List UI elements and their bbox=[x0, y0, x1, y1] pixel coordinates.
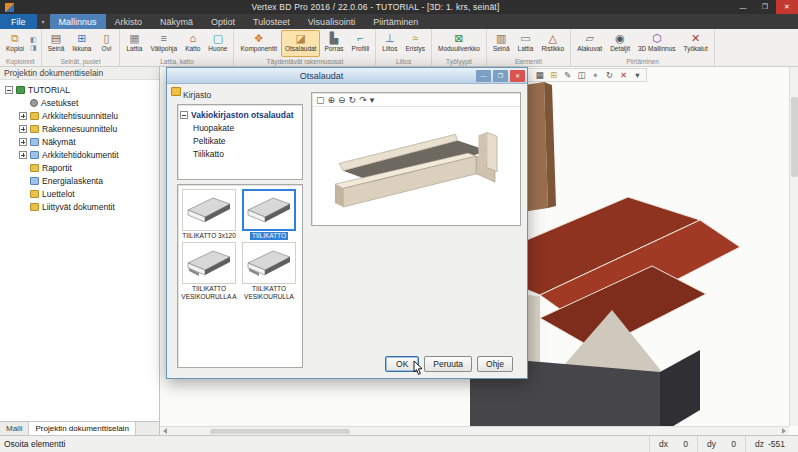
insulation-icon: ≈ bbox=[412, 32, 418, 45]
ribbon-button-huone[interactable]: ▢ Huone bbox=[204, 30, 231, 57]
cancel-button[interactable]: Peruuta bbox=[424, 356, 472, 372]
tab-piirtaminen[interactable]: Piirtäminen bbox=[364, 14, 427, 29]
ribbon-button-liitos[interactable]: ⊥ Liitos bbox=[378, 30, 401, 57]
expand-icon[interactable] bbox=[19, 138, 27, 146]
ribbon-button-lattia[interactable]: ▦ Lattia bbox=[122, 30, 146, 57]
sidebar-item-asetukset[interactable]: Asetukset bbox=[5, 96, 159, 109]
cancel-tool-icon[interactable]: ✕ bbox=[617, 69, 630, 81]
ribbon-button-lattia-elementti[interactable]: ▭ Lattia bbox=[514, 30, 538, 57]
sidebar-item-raportit[interactable]: Raportit bbox=[5, 161, 159, 174]
tab-optiot[interactable]: Optiot bbox=[202, 14, 244, 29]
file-menu[interactable]: File bbox=[0, 14, 37, 29]
grid-view-icon[interactable]: ▦ bbox=[533, 69, 546, 81]
status-message: Osoita elementti bbox=[4, 439, 649, 449]
add-view-icon[interactable]: ⊞ bbox=[547, 69, 560, 81]
tab-tulosteet[interactable]: Tulosteet bbox=[244, 14, 299, 29]
tab-visualisointi[interactable]: Visualisointi bbox=[299, 14, 364, 29]
rotate-view-icon[interactable]: ↻ bbox=[603, 69, 616, 81]
dialog-close-button[interactable]: ✕ bbox=[510, 70, 525, 82]
scroll-left-icon[interactable] bbox=[163, 428, 167, 434]
view-options-dropdown-icon[interactable]: ▾ bbox=[370, 94, 375, 106]
library-tree-root[interactable]: Vakiokirjaston otsalaudat bbox=[180, 108, 300, 121]
minimize-button[interactable]: — bbox=[732, 0, 754, 14]
sidebar-item-energialaskenta[interactable]: Energialaskenta bbox=[5, 174, 159, 187]
ribbon-button-detaljit[interactable]: ◉ Detaljit bbox=[606, 30, 634, 57]
ribbon-button-otsalaudat[interactable]: ◪ Otsalaudat bbox=[281, 30, 320, 57]
tab-mallinnus[interactable]: Mallinnus bbox=[50, 14, 106, 29]
tab-nakyma[interactable]: Näkymä bbox=[151, 14, 202, 29]
canvas-vertical-scrollbar[interactable] bbox=[789, 67, 798, 426]
copy-option-buttons[interactable]: ◧ ◨ bbox=[28, 30, 39, 57]
ribbon-button-katto[interactable]: ⌂ Katto bbox=[181, 30, 204, 57]
orbit-icon[interactable]: ↷ bbox=[359, 94, 367, 106]
sidebar-item-rakennesuunnittelu[interactable]: Rakennesuunnittelu bbox=[5, 122, 159, 135]
tree-item-label: Asetukset bbox=[41, 98, 78, 108]
tree-root-tutorial[interactable]: TUTORIAL bbox=[5, 83, 159, 96]
ribbon-button-moduuliverkko[interactable]: ⊠ Moduuliverkko bbox=[434, 30, 484, 57]
ribbon-button-seina-elementti[interactable]: ▥ Seinä bbox=[489, 30, 514, 57]
ribbon-button-porras[interactable]: ▙ Porras bbox=[320, 30, 347, 57]
folder-icon bbox=[30, 112, 39, 120]
ribbon-button-komponentit[interactable]: ❖ Komponentit bbox=[236, 30, 281, 57]
target-icon[interactable]: ⌖ bbox=[589, 69, 602, 81]
expand-icon[interactable] bbox=[19, 112, 27, 120]
help-button[interactable]: Ohje bbox=[477, 356, 513, 372]
select-region-icon[interactable]: ▢ bbox=[316, 94, 325, 106]
sidebar-item-liittyvat-dokumentit[interactable]: Liittyvät dokumentit bbox=[5, 200, 159, 213]
dx-label: dx bbox=[659, 439, 668, 449]
tree-item-label: Raportit bbox=[42, 163, 72, 173]
dialog-minimize-button[interactable]: — bbox=[476, 70, 491, 82]
ribbon-button-3d-mallinnus[interactable]: ⬡ 3D Mallinnus bbox=[634, 30, 680, 57]
ribbon-button-kopioi[interactable]: ⧉ Kopioi bbox=[2, 30, 28, 57]
scroll-right-icon[interactable] bbox=[782, 428, 786, 434]
sidebar-item-arkkitehtidokumentit[interactable]: Arkkitehtidokumentit bbox=[5, 148, 159, 161]
ribbon-group-tyotyypit: ⊠ Moduuliverkko Työtyypit bbox=[432, 29, 487, 66]
sidebar-item-luettelot[interactable]: Luettelot bbox=[5, 187, 159, 200]
ribbon-button-valipohja[interactable]: ≡ Välipohja bbox=[146, 30, 181, 57]
dialog-title-bar[interactable]: Otsalaudat — ❐ ✕ bbox=[167, 68, 527, 84]
tab-projektin-dokumenttiselain[interactable]: Projektin dokumenttiselain bbox=[29, 422, 135, 435]
panels-icon[interactable]: ◫ bbox=[575, 69, 588, 81]
ribbon-group-kopioinnit: ⧉ Kopioi ◧ ◨ Kopioinnit bbox=[0, 29, 42, 66]
related-docs-icon bbox=[30, 203, 39, 211]
fascia-thumbnail-vesikourulla[interactable]: TIILIKATTO VESIKOURULLA bbox=[240, 242, 298, 301]
tab-malli[interactable]: Malli bbox=[0, 422, 29, 435]
library-item-peltikate[interactable]: Peltikate bbox=[180, 134, 300, 147]
fascia-thumbnail-tiilikatto-selected[interactable]: TIILIKATTO bbox=[240, 189, 298, 240]
ribbon-button-label: Otsalaudat bbox=[285, 45, 316, 53]
coordinate-dx: dx 0 bbox=[649, 436, 697, 452]
ribbon-button-ristikko[interactable]: △ Ristikko bbox=[537, 30, 568, 57]
ribbon-button-ikkuna[interactable]: ⊞ Ikkuna bbox=[68, 30, 95, 57]
canvas-horizontal-scrollbar[interactable] bbox=[160, 426, 789, 435]
edit-icon[interactable]: ✎ bbox=[561, 69, 574, 81]
toolbar-more-icon[interactable]: ▾ bbox=[631, 69, 644, 81]
library-item-huopakate[interactable]: Huopakate bbox=[180, 121, 300, 134]
ribbon-button-tyokalut[interactable]: ✕ Työkalut bbox=[680, 30, 712, 57]
zoom-in-icon[interactable]: ⊕ bbox=[328, 94, 336, 106]
maximize-button[interactable]: ❐ bbox=[754, 0, 776, 14]
dialog-title: Otsalaudat bbox=[167, 71, 476, 81]
dialog-maximize-button[interactable]: ❐ bbox=[493, 70, 508, 82]
ribbon-button-ovi[interactable]: ▯ Ovi bbox=[95, 30, 117, 57]
sidebar-item-arkkitehtisuunnittelu[interactable]: Arkkitehtisuunnittelu bbox=[5, 109, 159, 122]
close-button[interactable]: ✕ bbox=[776, 0, 798, 14]
library-item-tiilikatto[interactable]: Tiilikatto bbox=[180, 147, 300, 160]
collapse-icon[interactable] bbox=[180, 111, 188, 119]
expand-icon[interactable] bbox=[19, 125, 27, 133]
collapse-icon[interactable] bbox=[5, 86, 13, 94]
file-dropdown-icon[interactable]: ▾ bbox=[37, 14, 50, 29]
ribbon-button-eristys[interactable]: ≈ Eristys bbox=[401, 30, 429, 57]
fascia-thumbnail-vesikourulla-a[interactable]: TIILIKATTO VESIKOURULLA A bbox=[180, 242, 238, 301]
ribbon-button-profiili[interactable]: ⌐ Profiili bbox=[348, 30, 374, 57]
tab-arkisto[interactable]: Arkisto bbox=[106, 14, 152, 29]
rotate-icon[interactable]: ↻ bbox=[349, 94, 357, 106]
expand-icon[interactable] bbox=[19, 151, 27, 159]
ribbon-button-alakuvat[interactable]: ▱ Alakuvat bbox=[573, 30, 606, 57]
ribbon-group-label: Kopioinnit bbox=[2, 57, 39, 66]
sidebar-item-nakymat[interactable]: Näkymät bbox=[5, 135, 159, 148]
zoom-out-icon[interactable]: ⊖ bbox=[338, 94, 346, 106]
ribbon-button-seina[interactable]: ▤ Seinä bbox=[44, 30, 69, 57]
fascia-thumbnail-tiilikatto-3x120[interactable]: TIILIKATTO 3x120 bbox=[180, 189, 238, 240]
vertical-scroll-thumb[interactable] bbox=[791, 97, 798, 177]
horizontal-scroll-thumb[interactable] bbox=[210, 429, 350, 434]
